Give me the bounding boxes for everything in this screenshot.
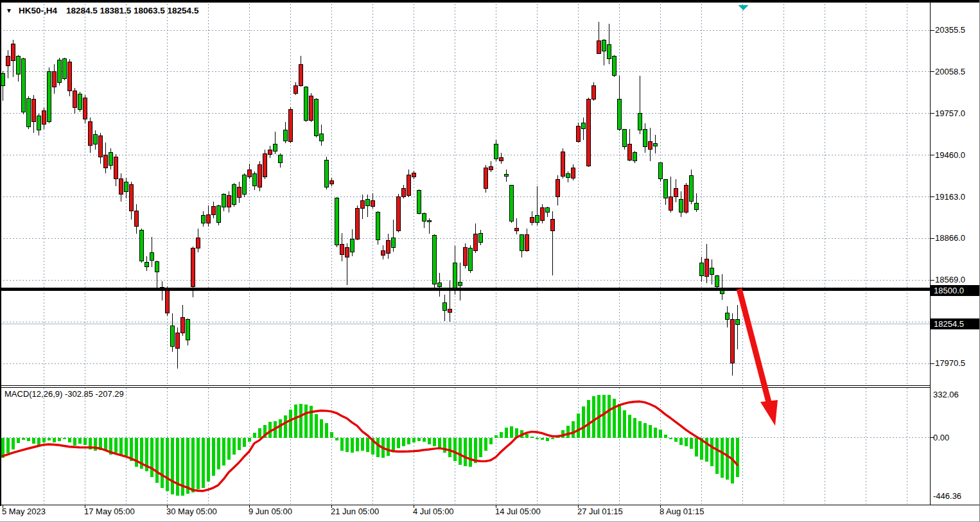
macd-histogram-bar <box>464 438 467 466</box>
macd-histogram-bar <box>171 438 174 494</box>
macd-histogram-bar <box>361 438 364 451</box>
macd-histogram-bar <box>268 422 272 438</box>
macd-histogram-bar <box>530 437 534 438</box>
macd-histogram-bar <box>310 406 313 438</box>
macd-histogram-bar <box>37 438 40 446</box>
macd-histogram-bar <box>459 438 462 465</box>
candle-body <box>47 71 51 121</box>
candle-body <box>545 207 549 212</box>
macd-histogram-bar <box>22 438 25 440</box>
candle-body <box>314 100 318 136</box>
candle-body <box>114 157 118 179</box>
chart-shift-marker-icon <box>738 5 748 10</box>
candle-body <box>78 94 82 109</box>
candle-body <box>535 215 539 222</box>
macd-histogram-bar <box>68 438 71 442</box>
macd-histogram-bar <box>6 438 10 453</box>
candle-body <box>720 291 724 293</box>
candle-body <box>124 182 128 191</box>
candle-body <box>504 174 508 176</box>
candle-body <box>180 317 184 333</box>
macd-histogram-bar <box>453 438 457 462</box>
candle-body <box>170 326 174 347</box>
candle-body <box>340 244 344 254</box>
macd-histogram-bar <box>674 438 678 442</box>
macd-histogram-bar <box>48 438 51 440</box>
candle-body <box>540 207 544 220</box>
macd-histogram-bar <box>42 438 46 442</box>
candle-body <box>520 235 523 251</box>
candle-body <box>355 209 359 239</box>
macd-histogram-bar <box>243 438 246 447</box>
candle-body <box>442 302 446 310</box>
candle-body <box>299 64 302 85</box>
macd-histogram-bar <box>366 438 369 452</box>
macd-histogram-bar <box>248 438 251 442</box>
macd-histogram-bar <box>176 438 179 496</box>
macd-histogram-bar <box>710 438 713 466</box>
candle-body <box>268 150 272 155</box>
candle-body <box>617 100 621 130</box>
macd-histogram-bar <box>736 438 739 478</box>
candle-body <box>509 186 513 221</box>
macd-histogram-bar <box>433 438 436 446</box>
candle-body <box>324 160 328 187</box>
candle-body <box>103 155 107 168</box>
candle-body <box>643 130 647 147</box>
chart-canvas[interactable] <box>0 0 980 522</box>
macd-histogram-bar <box>376 438 380 457</box>
macd-histogram-bar <box>284 415 287 438</box>
candle-body <box>345 247 349 257</box>
candle-body <box>658 163 662 179</box>
candle-body <box>381 251 385 256</box>
macd-histogram-bar <box>238 438 241 450</box>
trend-arrow-head[interactable] <box>760 400 778 426</box>
macd-histogram-bar <box>125 438 128 456</box>
macd-histogram-bar <box>505 428 508 438</box>
candle-body <box>191 248 195 287</box>
macd-histogram-bar <box>551 438 554 439</box>
macd-histogram-bar <box>500 432 503 438</box>
macd-histogram-bar <box>417 438 421 441</box>
candle-body <box>576 126 580 141</box>
candle-body <box>710 268 713 275</box>
resistance-line-18500[interactable] <box>0 288 931 291</box>
candle-body <box>478 234 482 243</box>
candle-body <box>93 134 97 144</box>
candle-body <box>401 188 405 196</box>
candle-body <box>597 40 600 53</box>
macd-histogram-bar <box>428 438 431 444</box>
candle-body <box>386 241 390 254</box>
candle-body <box>258 164 261 187</box>
macd-histogram-bar <box>484 438 487 451</box>
macd-histogram-bar <box>602 395 606 438</box>
candle-body <box>453 263 457 288</box>
candle-body <box>391 238 395 247</box>
candle-body <box>150 252 153 260</box>
macd-histogram-bar <box>258 428 261 438</box>
candle-body <box>288 109 292 141</box>
candle-body <box>689 175 693 201</box>
candle-body <box>735 320 739 325</box>
candle-body <box>602 40 606 51</box>
macd-histogram-bar <box>83 438 87 445</box>
candle-body <box>263 154 267 177</box>
macd-histogram-bar <box>212 438 215 476</box>
macd-histogram-bar <box>566 426 570 438</box>
macd-histogram-bar <box>197 438 200 489</box>
macd-histogram-bar <box>412 438 416 442</box>
candle-body <box>329 180 333 184</box>
candle-body <box>581 123 585 129</box>
window-border-top <box>0 0 980 3</box>
macd-histogram-bar <box>17 438 20 443</box>
candle-body <box>129 185 133 211</box>
candle-body <box>448 309 451 312</box>
candle-body <box>155 261 159 272</box>
candle-body <box>278 155 282 163</box>
macd-histogram-bar <box>217 438 220 469</box>
macd-histogram-bar <box>325 423 328 438</box>
candle-body <box>134 211 138 227</box>
macd-histogram-bar <box>690 438 693 449</box>
candle-body <box>21 59 25 112</box>
candle-body <box>376 212 380 240</box>
